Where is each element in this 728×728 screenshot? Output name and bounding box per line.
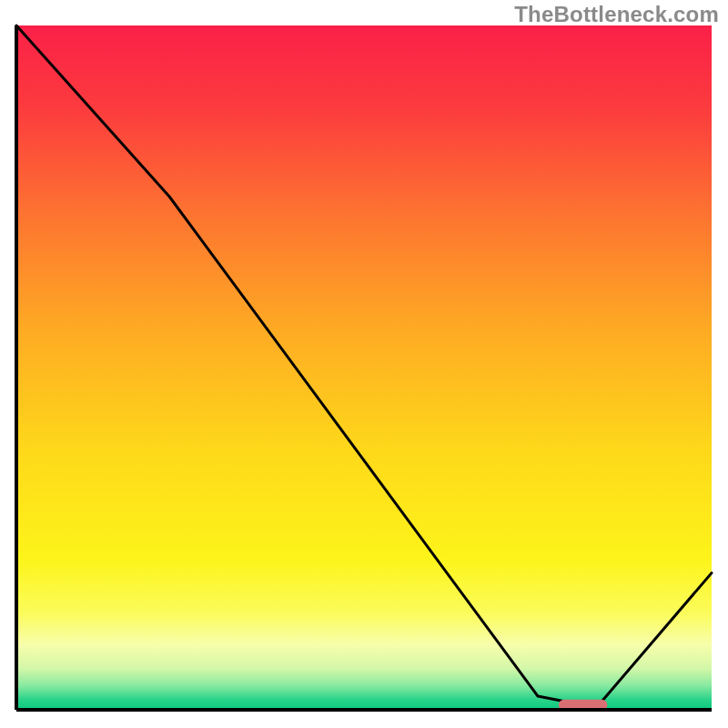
watermark-text: TheBottleneck.com [514, 2, 719, 27]
chart-svg [0, 0, 728, 728]
plot-background [16, 25, 712, 710]
bottleneck-chart: TheBottleneck.com [0, 0, 728, 728]
